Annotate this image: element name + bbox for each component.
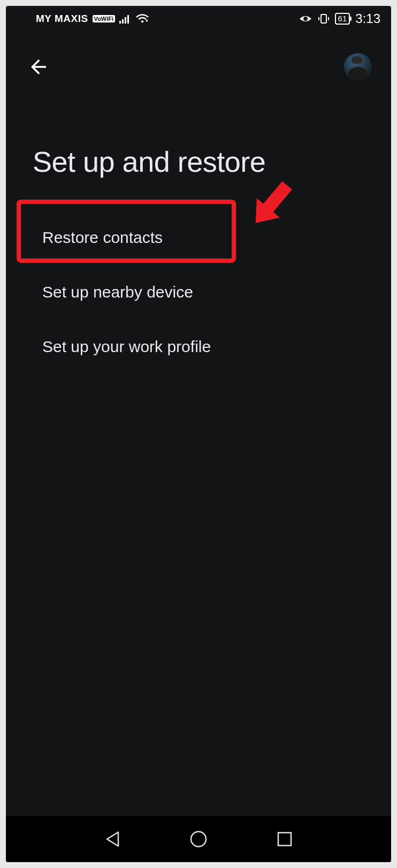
svg-rect-1 (122, 19, 124, 24)
vowifi-badge: VoWiFi (93, 15, 115, 22)
menu-item-setup-work-profile[interactable]: Set up your work profile (6, 319, 391, 374)
back-button[interactable] (27, 56, 50, 78)
avatar[interactable] (344, 53, 372, 81)
status-left: MY MAXIS VoWiFi (36, 13, 149, 25)
vibrate-icon (318, 13, 330, 25)
menu-item-restore-contacts[interactable]: Restore contacts (6, 210, 391, 265)
app-header (6, 32, 391, 92)
triangle-back-icon (104, 830, 120, 848)
eye-icon (299, 14, 312, 24)
battery-icon: 61 (335, 13, 350, 25)
menu-item-setup-nearby-device[interactable]: Set up nearby device (6, 265, 391, 319)
clock-label: 3:13 (355, 11, 380, 26)
square-recent-icon (277, 831, 293, 847)
svg-rect-3 (127, 15, 129, 24)
nav-recent-button[interactable] (277, 831, 293, 847)
page-title: Set up and restore (6, 92, 391, 210)
navigation-bar (6, 816, 391, 862)
circle-home-icon (189, 830, 208, 848)
device-frame: MY MAXIS VoWiFi (6, 6, 391, 862)
svg-rect-0 (119, 21, 121, 24)
status-right: 61 3:13 (299, 11, 380, 26)
carrier-label: MY MAXIS (36, 13, 88, 25)
nav-home-button[interactable] (189, 830, 208, 848)
signal-icon (119, 14, 131, 24)
arrow-back-icon (27, 56, 50, 78)
svg-point-4 (303, 17, 308, 21)
svg-rect-7 (278, 833, 291, 846)
nav-back-button[interactable] (104, 830, 120, 848)
svg-rect-2 (125, 17, 126, 24)
menu-list: Restore contacts Set up nearby device Se… (6, 210, 391, 374)
wifi-icon (135, 13, 149, 24)
svg-rect-5 (321, 14, 326, 23)
status-bar: MY MAXIS VoWiFi (6, 6, 391, 32)
svg-point-6 (191, 832, 206, 847)
